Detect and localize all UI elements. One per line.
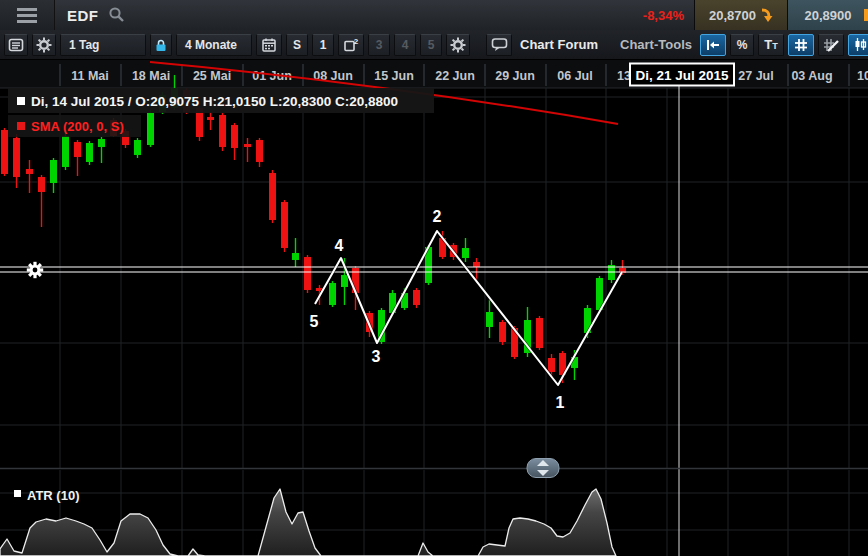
candle-down [281, 202, 288, 248]
date-label: 13 [617, 69, 631, 83]
date-label: 15 Jun [374, 69, 414, 83]
candle-up [292, 253, 299, 260]
text-tool-button[interactable]: TT [758, 34, 784, 56]
chart-application: { "title_bar": { "symbol": "EDF", "chang… [0, 0, 868, 556]
candle-up [341, 275, 348, 287]
date-label: 25 Mai [193, 69, 231, 83]
date-label: 03 Aug [791, 69, 832, 83]
list-icon [8, 37, 24, 53]
symbol-title: EDF [67, 7, 99, 24]
percent-label: % [737, 38, 748, 52]
news-list-button[interactable] [4, 34, 28, 56]
three-label: 3 [376, 38, 383, 52]
candle-up [134, 140, 141, 155]
arrow-down-icon [760, 8, 773, 22]
hamburger-icon [16, 7, 38, 23]
range-label: 4 Monate [185, 38, 237, 52]
chart-gear-icon[interactable] [27, 262, 43, 278]
chart-toolbar: 1 Tag 4 Monate S 1 [0, 30, 868, 60]
candle-down [548, 358, 555, 372]
change-percent: -8,34% [643, 8, 684, 23]
calendar-button[interactable] [256, 34, 282, 56]
candle-down [244, 144, 251, 147]
compare-button[interactable]: 2 [338, 34, 364, 56]
candle-down [499, 322, 506, 342]
grid-toggle-button[interactable] [788, 34, 814, 56]
layout-3-button[interactable]: 3 [368, 34, 390, 56]
date-label: 27 Jul [738, 69, 773, 83]
ohlc-text: Di, 14 Jul 2015 / O:20,9075 H:21,0150 L:… [31, 94, 398, 109]
candle-down [269, 173, 276, 220]
seconds-mode-button[interactable]: S [286, 34, 308, 56]
crosshair-date-text: Di, 21 Jul 2015 [635, 68, 729, 83]
candle-down [207, 117, 214, 120]
speech-bubble-icon [491, 37, 508, 52]
draw-grid-button[interactable] [818, 34, 844, 56]
candle-up [147, 113, 154, 145]
chart-settings-button[interactable] [446, 34, 470, 56]
layout-4-button[interactable]: 4 [394, 34, 416, 56]
percent-scale-button[interactable]: % [730, 34, 754, 56]
chart-forum-link[interactable]: Chart Forum [516, 37, 602, 52]
candle-up [50, 160, 57, 183]
atr-marker [14, 490, 21, 497]
candle-up [486, 312, 493, 327]
sma-legend-text: SMA (200, 0, S) [31, 119, 124, 134]
text-tool-label: T [764, 37, 772, 52]
chat-button[interactable] [486, 34, 512, 56]
gear-icon [36, 37, 52, 53]
candle-down [26, 169, 33, 174]
candle-down [231, 125, 238, 148]
title-bar: EDF -8,34% 20,8700 20,8900 [0, 0, 868, 31]
candle-up [462, 248, 469, 258]
clipped-arrow-icon [864, 9, 868, 21]
four-label: 4 [402, 38, 409, 52]
one-label: 1 [320, 38, 327, 52]
wave-label: 5 [310, 313, 319, 330]
layout-1-button[interactable]: 1 [312, 34, 334, 56]
date-label: 29 Jun [495, 69, 535, 83]
interval-dropdown[interactable]: 1 Tag [60, 34, 146, 56]
range-dropdown[interactable]: 4 Monate [176, 34, 252, 56]
ask-price: 20,8900 [805, 8, 852, 23]
chart-canvas[interactable]: 11 Mai18 Mai25 Mai01 Jun08 Jun15 Jun22 J… [0, 60, 868, 556]
atr-legend-text: ATR (10) [27, 488, 79, 503]
gear-icon [450, 37, 466, 53]
undo-button[interactable] [700, 34, 726, 56]
grid-pen-icon [823, 38, 839, 52]
candle-up [62, 136, 69, 167]
s-label: S [293, 38, 301, 52]
candlestick-icon [853, 37, 868, 52]
crosshair-date-box: Di, 21 Jul 2015 [630, 64, 734, 86]
candle-down [74, 142, 81, 157]
bid-price-box[interactable]: 20,8700 [694, 0, 787, 30]
candle-up [86, 143, 93, 162]
search-icon[interactable] [107, 5, 127, 25]
ask-price-box[interactable]: 20,8900 [787, 0, 868, 30]
layout-5-button[interactable]: 5 [420, 34, 442, 56]
candle-down [536, 318, 543, 348]
candle-up [329, 283, 336, 305]
settings-button[interactable] [32, 34, 56, 56]
window-squared-icon: 2 [343, 37, 360, 53]
wave-label: 4 [335, 237, 344, 254]
date-label: 18 Mai [132, 69, 170, 83]
menu-button[interactable] [0, 0, 55, 30]
bid-price: 20,8700 [709, 8, 756, 23]
arrow-left-bar-icon [705, 38, 721, 52]
date-label: 22 Jun [435, 69, 475, 83]
lock-button[interactable] [150, 34, 172, 56]
ohlc-marker [17, 97, 25, 105]
svg-text:2: 2 [353, 37, 358, 46]
wave-label: 2 [433, 208, 442, 225]
candle-down [38, 177, 45, 192]
text-tool-label-small: T [772, 41, 778, 51]
candle-style-button[interactable] [848, 34, 868, 56]
grid-icon [794, 38, 808, 52]
candle-down [13, 138, 20, 177]
candle-down [219, 115, 226, 147]
pane-resize-handle[interactable] [527, 459, 559, 478]
date-label: 06 Jul [557, 69, 592, 83]
calendar-icon [261, 37, 277, 53]
wave-label: 1 [556, 394, 565, 411]
